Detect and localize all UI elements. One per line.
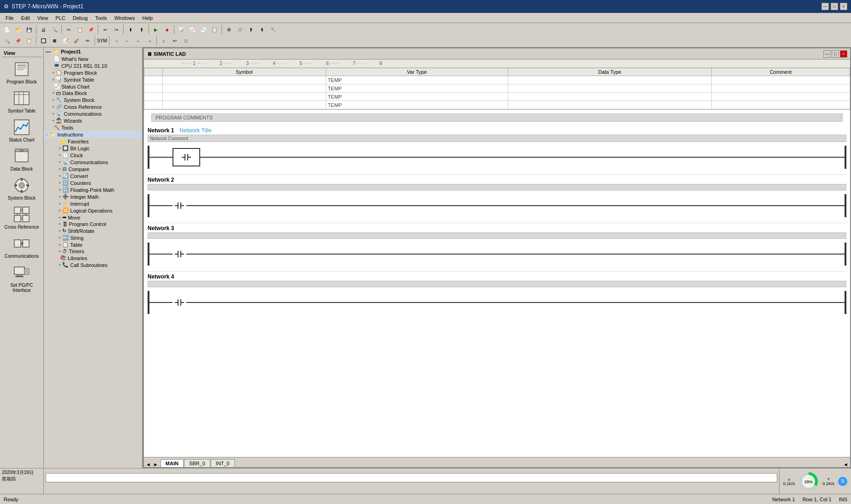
program-comments[interactable]: PROGRAM COMMENTS [151, 113, 843, 122]
network-3-comment-bar[interactable] [148, 232, 846, 239]
var-type[interactable]: TEMP [326, 93, 508, 101]
tree-timers[interactable]: + ⏱ Timers [44, 248, 142, 255]
tree-collapse-icon[interactable]: — [46, 49, 51, 54]
tree-wizards[interactable]: + 🧙 Wizards [44, 117, 142, 124]
var-symbol[interactable] [163, 101, 326, 109]
tree-symbol-table[interactable]: + 📊 Symbol Table [44, 76, 142, 83]
tb-print[interactable]: 🖨 [38, 24, 48, 35]
menu-plc[interactable]: PLC [52, 14, 69, 22]
tb-lad7[interactable]: □ [181, 36, 191, 46]
tree-clock[interactable]: + 🕐 Clock [44, 152, 142, 159]
tb-run[interactable]: ▶ [151, 24, 161, 35]
tb-paste[interactable]: 📌 [86, 24, 96, 35]
tb-new[interactable]: 📄 [2, 24, 12, 35]
tree-favorites[interactable]: ⭐ Favorites [44, 138, 142, 145]
var-data-type[interactable] [508, 93, 711, 101]
var-type[interactable]: TEMP [326, 76, 508, 84]
tb-r6[interactable]: 📝 [60, 36, 71, 46]
sidebar-item-data-block[interactable]: DB Data Block [2, 145, 42, 173]
tb-misc[interactable]: 🔧 [268, 24, 278, 35]
tb-cut[interactable]: ✂ [64, 24, 74, 35]
tb-undo[interactable]: ↩ [100, 24, 110, 35]
var-comment[interactable] [712, 101, 850, 109]
tree-logical-ops[interactable]: + 🔀 Logical Operations [44, 207, 142, 214]
tb-r7[interactable]: 🖊 [71, 36, 82, 46]
tree-system-block[interactable]: + 🔧 System Block [44, 96, 142, 103]
tree-prog-control[interactable]: + 🎛 Program Control [44, 221, 142, 227]
tree-cpu[interactable]: 💻 CPU 221 REL 01.10 [44, 62, 142, 69]
tb-redo[interactable]: ↪ [111, 24, 121, 35]
tb-lad5[interactable]: ↕ [159, 36, 169, 46]
lad-close[interactable]: × [840, 50, 847, 58]
tb-stat2[interactable]: 📈 [187, 24, 197, 35]
var-type[interactable]: TEMP [326, 101, 508, 109]
tab-int0[interactable]: INT_0 [211, 459, 235, 467]
menu-view[interactable]: View [34, 14, 52, 22]
tb-r1[interactable]: 🔍 [2, 36, 12, 46]
menu-windows[interactable]: Windows [111, 14, 139, 22]
tree-status-chart[interactable]: 📈 Status Chart [44, 83, 142, 90]
tb-comm2[interactable]: 🔗 [235, 24, 245, 35]
tb-lad1[interactable]: → [111, 36, 121, 46]
tb-r4[interactable]: 🔲 [38, 36, 48, 46]
menu-debug[interactable]: Debug [69, 14, 91, 22]
sidebar-item-program-block[interactable]: Program Block [2, 58, 42, 86]
network-2-comment-bar[interactable] [148, 184, 846, 190]
lad-minimize[interactable]: — [823, 50, 831, 58]
close-button[interactable]: × [840, 3, 847, 10]
sidebar-item-communications[interactable]: Communications [2, 232, 42, 261]
menu-help[interactable]: Help [139, 14, 157, 22]
tb-stat4[interactable]: 📋 [209, 24, 220, 35]
tb-lad2[interactable]: ← [122, 36, 132, 46]
tab-next[interactable]: ► [153, 462, 158, 467]
tree-integer-math[interactable]: + ➕ Integer Math [44, 193, 142, 200]
network-1-comment[interactable]: Network Comment [148, 135, 846, 142]
menu-tools[interactable]: Tools [91, 14, 111, 22]
tree-compare[interactable]: + ⚖ Compare [44, 166, 142, 172]
tree-table[interactable]: + 📋 Table [44, 241, 142, 248]
tb-lad3[interactable]: ← [133, 36, 143, 46]
menu-file[interactable]: File [2, 14, 18, 22]
tb-prog-stat[interactable]: 📊 [176, 24, 186, 35]
var-comment[interactable] [712, 76, 850, 84]
var-comment[interactable] [712, 84, 850, 93]
var-data-type[interactable] [508, 76, 711, 84]
tree-string[interactable]: + 🔤 String [44, 234, 142, 241]
tb-save[interactable]: 💾 [24, 24, 34, 35]
tb-compile[interactable]: ⬇ [125, 24, 136, 35]
tb-r3[interactable]: 📋 [24, 36, 34, 46]
tree-convert[interactable]: + 🔄 Convert [44, 172, 142, 179]
tree-move[interactable]: + ➡ Move [44, 214, 142, 221]
sidebar-item-status-chart[interactable]: Status Chart [2, 116, 42, 144]
tb-copy[interactable]: 📋 [75, 24, 85, 35]
tb-print-prev[interactable]: 🔍 [49, 24, 60, 35]
tab-main[interactable]: MAIN [161, 459, 184, 467]
lad-restore[interactable]: □ [832, 50, 839, 58]
tree-instructions[interactable]: − 📁 Instructions [44, 131, 142, 138]
var-type[interactable]: TEMP [326, 84, 508, 93]
tree-bit-logic[interactable]: + 🔲 Bit Logic [44, 145, 142, 152]
tb-r8[interactable]: ✏ [83, 36, 93, 46]
tab-sbr0[interactable]: SBR_0 [184, 459, 210, 467]
tree-libraries[interactable]: 📚 Libraries [44, 255, 142, 261]
minimize-button[interactable]: — [821, 3, 829, 10]
sidebar-item-system-block[interactable]: System Block [2, 174, 42, 202]
tree-comm[interactable]: + 📡 Communications [44, 159, 142, 166]
tb-open[interactable]: 📂 [13, 24, 23, 35]
tb-download[interactable]: ⬇ [257, 24, 267, 35]
sidebar-item-set-pgpc[interactable]: Set PG/PC Interface [2, 261, 42, 295]
tb-stop[interactable]: ■ [162, 24, 172, 35]
var-comment[interactable] [712, 93, 850, 101]
menu-edit[interactable]: Edit [18, 14, 34, 22]
tab-scroll-left[interactable]: ◄ [843, 462, 848, 467]
tree-program-block[interactable]: + 📋 Program Block [44, 69, 142, 76]
var-data-type[interactable] [508, 84, 711, 93]
sidebar-item-cross-reference[interactable]: Cross Reference [2, 203, 42, 231]
maximize-button[interactable]: □ [831, 3, 838, 10]
tree-interrupt[interactable]: + ⚡ Interrupt [44, 200, 142, 207]
tree-cross-reference[interactable]: + 🔗 Cross Reference [44, 103, 142, 110]
tree-call-subroutines[interactable]: + 📞 Call Subroutines [44, 261, 142, 268]
tb-dl[interactable]: ⬆ [137, 24, 147, 35]
tb-r2[interactable]: 📌 [13, 36, 23, 46]
var-symbol[interactable] [163, 93, 326, 101]
